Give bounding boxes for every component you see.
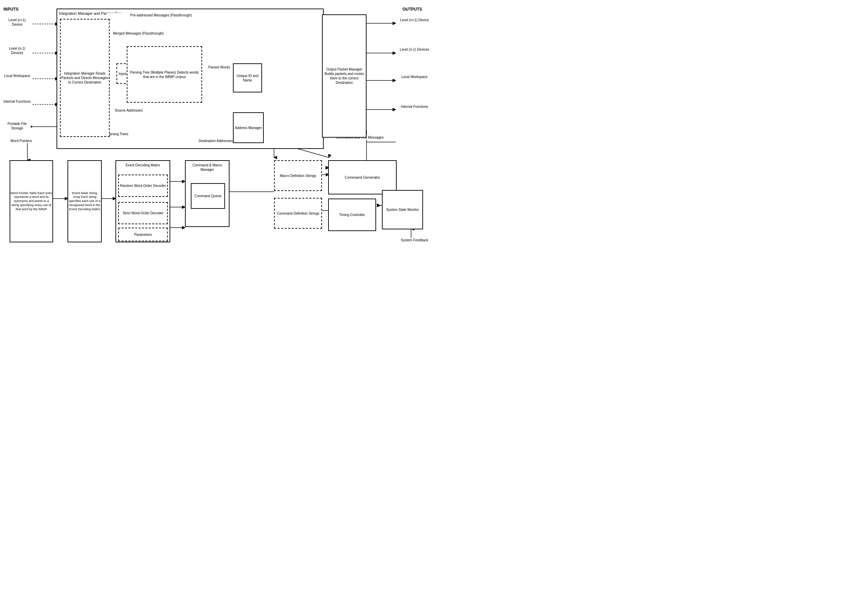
system-state-monitor-box: System State Monitor xyxy=(382,190,423,229)
integration-manager-text: Integration Manager Reads Packets and Di… xyxy=(61,71,109,84)
input-portable-file: Portable File Storage xyxy=(3,121,31,130)
macro-def-box: Macro Definition Strings xyxy=(274,160,322,191)
command-def-text: Command Definition Strings xyxy=(277,211,319,216)
address-manager-box: Address Manager xyxy=(233,112,264,143)
command-def-box: Command Definition Strings xyxy=(274,198,322,229)
command-macro-text: Command & Macro Manager xyxy=(187,163,228,172)
output-packet-text: Output Packet Manager Builds packets and… xyxy=(323,67,366,85)
timing-controller-box: Timing Controller xyxy=(328,199,376,231)
system-feedback-label: System Feedback xyxy=(399,238,430,242)
unique-id-text: Unique ID and Name xyxy=(234,74,261,83)
output-packet-manager-box: Output Packet Manager Builds packets and… xyxy=(322,15,367,138)
input-local-workspace: Local Workspace xyxy=(3,74,31,78)
integration-manager-box: Integration Manager Reads Packets and Di… xyxy=(60,19,109,137)
address-manager-text: Address Manager xyxy=(235,125,262,130)
word-pointer-text: Word Pointer Table Each entry represents… xyxy=(10,191,52,211)
output-internal-functions: Internal Functions xyxy=(397,105,432,109)
input-level-n1: Level (n+1) Device xyxy=(3,18,31,27)
inputs-label: INPUTS xyxy=(3,7,19,12)
source-addresses-label: Source Addresses xyxy=(115,108,142,113)
event-mask-box: Event Mask String Array Each string spec… xyxy=(68,160,102,242)
command-generator-box: Command Generator xyxy=(328,160,397,195)
parsed-words-label: Parsed Words xyxy=(208,65,230,69)
input-level-n-minus1: Level (n-1) Devices xyxy=(3,46,31,55)
parameters-text: Parameters xyxy=(134,232,152,237)
strict-decoder-box: Strict Word-Order Decoder xyxy=(118,202,168,224)
output-local-workspace: Local Workspace xyxy=(397,75,432,79)
input-internal-functions: Internal Functions xyxy=(3,99,31,104)
parsing-tree-box: Parsing Tree (Multiple Planes) Detects w… xyxy=(127,46,202,103)
command-queue-text: Command Queue xyxy=(195,194,222,198)
destination-addresses-label: Destination Addresses xyxy=(199,139,233,143)
event-decoding-title: Event Decoding Matrix xyxy=(118,163,168,167)
command-queue-box: Command Queue xyxy=(191,183,225,209)
unique-id-box: Unique ID and Name xyxy=(233,63,262,93)
macro-def-text: Macro Definition Strings xyxy=(280,174,316,178)
word-pointer-table-box: Word Pointer Table Each entry represents… xyxy=(10,160,53,242)
word-pointers-label: Word Pointers xyxy=(10,139,32,143)
system-state-text: System State Monitor xyxy=(386,208,419,212)
merged-messages-label: Merged Messages (Passthrough) xyxy=(113,31,164,35)
output-level-n-minus1: Level (n-1) Devices xyxy=(397,47,432,52)
outputs-label: OUTPUTS xyxy=(402,7,422,12)
command-generator-text: Command Generator xyxy=(345,175,380,180)
timing-controller-text: Timing Controller xyxy=(339,212,365,217)
event-mask-text: Event Mask String Array Each string spec… xyxy=(68,191,101,211)
parsing-tree-text: Parsing Tree (Multiple Planes) Detects w… xyxy=(127,70,201,79)
output-level-n1: Level (n+1) Device xyxy=(397,18,432,22)
strict-decoder-text: Strict Word-Order Decoder xyxy=(123,211,163,215)
pre-addressed-label: Pre-addressed Messages (Passthrough) xyxy=(106,13,216,18)
diagram: INPUTS OUTPUTS Integration Manager and P… xyxy=(0,0,434,298)
random-decoder-box: Random Word-Order Decoder xyxy=(118,175,168,197)
parameters-box: Parameters xyxy=(118,228,168,241)
random-decoder-text: Random Word-Order Decoder xyxy=(120,183,166,188)
